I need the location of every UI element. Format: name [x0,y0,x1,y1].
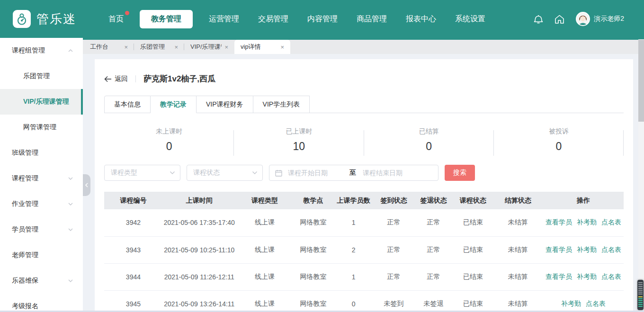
cell-time: 2021-05-06 17:35-17:40 [162,209,236,236]
action-link[interactable]: 点名表 [601,273,621,280]
cell-course-status: 已结束 [453,209,492,236]
stat-value: 10 [234,140,364,153]
user-avatar[interactable] [576,12,590,26]
chevron-down-icon [252,171,258,175]
cell-course-type: 线上课 [236,263,294,290]
sidebar-item[interactable]: 乐器维保 [0,268,83,294]
meter-yellow-bar [638,296,643,297]
search-button[interactable]: 搜索 [445,165,475,181]
table-row: 3945 2021-05-09 13:26-14:11 线上课 网络教室 0 未… [104,290,624,312]
sidebar-item[interactable]: 乐团管理 [0,63,83,89]
detail-tab[interactable]: VIP课程财务 [197,96,253,113]
nav-menu-item[interactable]: 首页 [108,14,124,24]
course-status-select[interactable]: 课程状态 [187,165,263,181]
nav-menu-item[interactable]: 商品管理 [357,14,387,24]
sidebar-item-label: 乐团管理 [23,72,50,80]
nav-menu-item[interactable]: 报表中心 [406,14,436,24]
stat-label: 已上课时 [234,127,364,136]
bell-icon[interactable] [533,13,545,25]
close-icon[interactable]: × [124,44,128,51]
chevron-down-icon [170,171,175,175]
sidebar-item[interactable]: 学员管理 [0,217,83,242]
action-link[interactable]: 补考勤 [561,300,581,307]
cell-settle-status: 未结算 [493,263,543,290]
detail-tab[interactable]: VIP学生列表 [253,96,310,113]
sidebar-item[interactable]: 网管课管理 [0,115,83,140]
date-end-input[interactable] [363,169,423,177]
table-row: 3942 2021-05-06 17:35-17:40 线上课 网络教室 1 正… [104,209,624,236]
sidebar-item-label: VIP/乐理课管理 [23,98,69,106]
detail-card: 返回 萨克斯1v2柚子,西瓜 基本信息 教学记录 VIP课程财务 VIP学生 [95,59,633,312]
session-tab[interactable]: 工作台 × [84,40,134,54]
sidebar-item[interactable]: 老师管理 [0,242,83,268]
meter-gray-bars [638,282,643,295]
action-link[interactable]: 补考勤 [577,218,597,226]
sidebar-item-label: 乐器维保 [12,276,38,285]
back-row: 返回 萨克斯1v2柚子,西瓜 [104,59,624,84]
session-tab-label: VIP/乐理课管理 [190,43,222,51]
action-link[interactable]: 补考勤 [577,273,597,280]
detail-tab[interactable]: 教学记录 [151,96,197,113]
sidebar-item[interactable]: 课程组管理 [0,38,83,63]
action-link[interactable]: 点名表 [586,300,606,307]
table-header-cell: 上课学员数 [333,192,374,209]
sidebar-item[interactable]: VIP/乐理课管理 [0,89,83,115]
cell-checkout-status: 正常 [414,263,453,290]
close-icon[interactable]: × [224,44,228,51]
table-row: 3944 2021-05-09 11:26-12:11 线上课 网络教室 1 正… [104,263,624,290]
stat-item: 已上课时 10 [234,125,364,157]
user-name[interactable]: 演示老师2 [594,15,624,23]
chevron-down-icon [68,176,73,181]
vertical-scrollbar[interactable] [638,39,644,311]
scrollbar-thumb[interactable] [638,40,644,122]
action-link[interactable]: 点名表 [601,218,621,226]
course-type-select[interactable]: 课程类型 [104,165,180,181]
nav-menu-item[interactable]: 系统设置 [455,14,485,24]
session-tab[interactable]: 乐团管理 × [134,40,184,54]
nav-menu-item-label: 运营管理 [209,15,239,23]
back-arrow-icon [104,76,112,82]
session-tab-label: 乐团管理 [140,43,171,51]
nav-menu-item[interactable]: 运营管理 [209,14,239,24]
session-tab[interactable]: VIP/乐理课管理 × [184,40,234,54]
sidebar-collapse-handle[interactable] [83,174,90,196]
sidebar-item-label: 考级报名 [12,302,38,311]
sidebar-item-label: 作业管理 [12,200,38,208]
sidebar-item[interactable]: 考级报名 [0,294,83,312]
sidebar-item[interactable]: 作业管理 [0,191,83,217]
nav-menu-item-label: 内容管理 [307,15,338,23]
cell-checkout-status: 未签退 [414,290,453,312]
cell-checkin-status: 正常 [374,236,413,263]
date-start-input[interactable] [288,169,349,177]
action-link[interactable]: 点名表 [601,246,621,253]
sidebar-item[interactable]: 班级管理 [0,140,83,166]
home-icon[interactable] [554,13,565,25]
cell-student-count: 0 [333,290,374,312]
close-icon[interactable]: × [174,44,178,51]
brand-name: 管乐迷 [36,11,76,27]
stat-value: 0 [494,140,624,153]
action-link[interactable]: 查看学员 [546,218,572,226]
cell-actions: 补考勤点名表 [543,290,624,312]
nav-menu-item[interactable]: 教务管理 [140,10,193,28]
action-link[interactable]: 补考勤 [577,246,597,253]
session-tab[interactable]: vip详情 × [234,40,290,54]
cell-course-id: 3942 [104,209,162,236]
session-tab-label: vip详情 [241,43,277,51]
sidebar-item-label: 课程组管理 [12,46,45,55]
action-link[interactable]: 查看学员 [546,273,572,280]
cell-course-id: 3945 [104,290,162,312]
date-range-picker[interactable]: 至 [269,165,438,181]
sidebar-item[interactable]: 课程管理 [0,166,83,191]
course-type-placeholder: 课程类型 [111,169,170,177]
cell-checkout-status: 正常 [414,236,453,263]
cell-course-type: 线上课 [236,290,294,312]
back-button[interactable]: 返回 [104,75,128,83]
detail-tab[interactable]: 基本信息 [104,96,151,113]
nav-menu-item[interactable]: 交易管理 [258,14,288,24]
action-link[interactable]: 查看学员 [546,246,572,253]
app-logo[interactable] [13,10,31,28]
nav-menu-item[interactable]: 内容管理 [307,14,338,24]
table-header-cell: 上课时间 [162,192,236,209]
close-icon[interactable]: × [280,44,284,51]
